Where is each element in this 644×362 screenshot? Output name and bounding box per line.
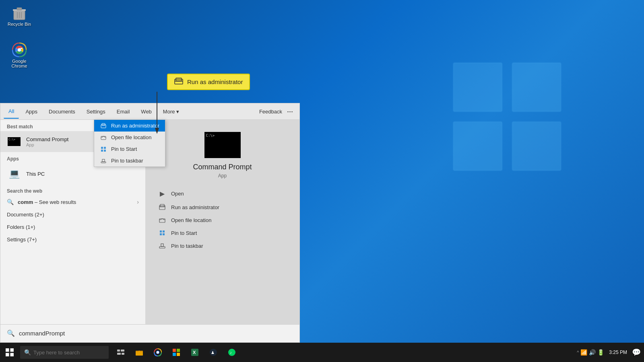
annotation-arrow xyxy=(153,88,193,148)
tab-apps[interactable]: Apps xyxy=(21,104,42,119)
taskbar-excel[interactable]: X xyxy=(186,343,204,361)
svg-rect-26 xyxy=(101,136,106,140)
right-action-run-admin[interactable]: Run as administrator xyxy=(153,201,291,214)
svg-text:♪: ♪ xyxy=(230,350,232,355)
svg-rect-41 xyxy=(10,353,14,357)
svg-rect-6 xyxy=(17,8,22,10)
recycle-bin-icon[interactable]: Recycle Bin xyxy=(3,3,35,28)
taskbar-file-explorer[interactable] xyxy=(130,343,148,361)
folders-section[interactable]: Folders (1+) xyxy=(0,221,145,233)
svg-rect-32 xyxy=(102,159,105,162)
feedback-button[interactable]: Feedback xyxy=(259,109,282,115)
more-options-button[interactable]: ··· xyxy=(284,106,296,117)
search-web-item[interactable]: 🔍 comm – See web results › xyxy=(0,195,145,208)
taskbar-system-tray: ^ 📶 🔊 🔋 3:25 PM 💬 xyxy=(577,348,644,357)
search-bar-input[interactable] xyxy=(19,330,293,337)
svg-point-12 xyxy=(18,48,21,51)
chrome-label: Google Chrome xyxy=(5,59,34,68)
documents-section[interactable]: Documents (2+) xyxy=(0,208,145,221)
volume-icon[interactable]: 🔊 xyxy=(589,349,596,356)
ctx-pin-to-taskbar[interactable]: Pin to taskbar xyxy=(94,155,165,167)
right-action-pin-taskbar[interactable]: Pin to taskbar xyxy=(153,239,291,252)
taskbar-search-box[interactable]: 🔍 xyxy=(20,346,109,359)
right-action-pin-start[interactable]: Pin to Start xyxy=(153,226,291,239)
svg-rect-40 xyxy=(6,353,9,357)
taskbar-steam[interactable]: ♟ xyxy=(204,343,222,361)
svg-rect-1 xyxy=(512,63,561,111)
ctx-admin-icon xyxy=(100,123,107,129)
notification-button[interactable]: 💬 xyxy=(632,348,641,357)
this-pc-icon: 💻 xyxy=(7,167,21,181)
right-panel-title: Command Prompt xyxy=(193,163,252,171)
taskbar-app-icons: X ♟ ♪ xyxy=(112,343,241,361)
tab-documents[interactable]: Documents xyxy=(44,104,80,119)
svg-rect-27 xyxy=(101,147,103,149)
run-as-admin-icon xyxy=(158,204,166,210)
svg-text:♟: ♟ xyxy=(211,350,215,355)
system-tray-icons: ^ 📶 🔊 🔋 xyxy=(577,349,604,356)
search-web-arrow: › xyxy=(137,199,139,205)
svg-rect-23 xyxy=(161,244,163,247)
settings-section[interactable]: Settings (7+) xyxy=(0,233,145,246)
pin-start-icon xyxy=(158,230,166,236)
svg-rect-53 xyxy=(177,353,180,356)
svg-rect-2 xyxy=(453,122,502,171)
right-action-open-location[interactable]: Open file location xyxy=(153,214,291,226)
right-actions-list: ▶ Open Run as administrator xyxy=(153,187,291,252)
best-match-text: Command Prompt App xyxy=(26,136,68,147)
svg-rect-38 xyxy=(6,348,9,352)
start-button[interactable] xyxy=(0,343,19,362)
taskbar-task-view[interactable] xyxy=(112,343,130,361)
ctx-pin-start-icon xyxy=(100,146,107,152)
taskbar-chrome[interactable] xyxy=(149,343,167,361)
ctx-pin-taskbar-icon xyxy=(100,158,107,164)
svg-point-58 xyxy=(228,349,235,356)
search-web-text: comm – See web results xyxy=(18,199,76,205)
taskbar-store[interactable] xyxy=(167,343,185,361)
annotation-icon xyxy=(174,78,183,86)
system-clock[interactable]: 3:25 PM xyxy=(607,349,630,356)
taskbar: 🔍 xyxy=(0,343,644,362)
right-action-open[interactable]: ▶ Open xyxy=(153,187,291,201)
right-panel-subtitle: App xyxy=(218,173,227,179)
tab-settings[interactable]: Settings xyxy=(82,104,110,119)
cmd-icon-small: C:\> xyxy=(7,134,21,149)
search-bar-icon: 🔍 xyxy=(7,329,15,337)
search-bar-bottom: 🔍 xyxy=(0,324,299,342)
annotation-label: Run as administrator xyxy=(187,78,243,85)
open-icon: ▶ xyxy=(158,190,166,197)
this-pc-text: This PC xyxy=(26,171,45,177)
svg-rect-43 xyxy=(121,350,124,352)
windows-logo-bg xyxy=(451,60,564,173)
svg-rect-3 xyxy=(512,122,561,171)
svg-rect-19 xyxy=(163,230,165,232)
svg-rect-29 xyxy=(101,150,103,152)
taskbar-search-input[interactable] xyxy=(33,350,105,356)
hidden-icons-indicator[interactable]: ^ xyxy=(577,350,579,355)
recycle-bin-image xyxy=(11,5,27,21)
chrome-icon-image xyxy=(11,42,27,58)
pin-taskbar-icon xyxy=(158,243,166,249)
clock-time: 3:25 PM xyxy=(609,350,627,355)
svg-rect-52 xyxy=(173,353,176,356)
tab-email[interactable]: Email xyxy=(112,104,135,119)
svg-rect-51 xyxy=(177,349,180,352)
svg-rect-45 xyxy=(122,353,124,355)
search-results-right: C:\> Command Prompt App ▶ Open xyxy=(145,120,299,324)
battery-icon[interactable]: 🔋 xyxy=(597,349,604,356)
svg-rect-50 xyxy=(173,349,176,352)
tab-all[interactable]: All xyxy=(4,104,19,119)
taskbar-music[interactable]: ♪ xyxy=(223,343,241,361)
ctx-folder-icon xyxy=(100,135,107,140)
svg-rect-44 xyxy=(117,353,121,355)
network-icon[interactable]: 📶 xyxy=(580,349,587,356)
google-chrome-icon[interactable]: Google Chrome xyxy=(3,40,35,70)
svg-rect-18 xyxy=(160,230,162,232)
taskbar-search-icon: 🔍 xyxy=(24,349,31,356)
svg-text:X: X xyxy=(193,350,196,355)
open-location-icon xyxy=(158,217,166,223)
desktop: Recycle Bin Google Chrome xyxy=(0,0,644,362)
annotation-tooltip: Run as administrator xyxy=(167,74,250,90)
search-web-label: Search the web xyxy=(0,184,145,195)
svg-rect-21 xyxy=(163,233,165,235)
